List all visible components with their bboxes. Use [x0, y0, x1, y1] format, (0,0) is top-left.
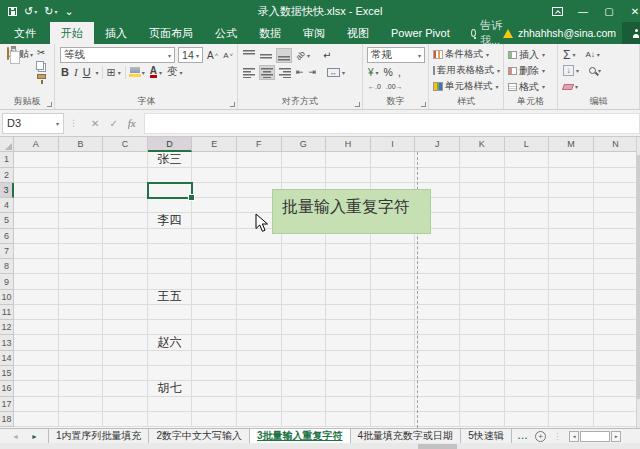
grid-cell-M10[interactable]: [549, 290, 594, 305]
find-select-button[interactable]: ▾: [588, 63, 602, 78]
grid-cell-F17[interactable]: [237, 397, 282, 412]
percent-style-button[interactable]: %: [383, 65, 394, 80]
grid-cell-E7[interactable]: [192, 244, 237, 259]
grid-cell-D2[interactable]: [148, 168, 193, 183]
grid-cell-F7[interactable]: [237, 244, 282, 259]
grid-cell-A13[interactable]: [14, 335, 59, 350]
grid-cell-K13[interactable]: [460, 335, 505, 350]
grid-cell-A3[interactable]: [14, 183, 59, 198]
grid-cell-E10[interactable]: [192, 290, 237, 305]
grid-cell-G16[interactable]: [282, 381, 327, 396]
grid-cell-B15[interactable]: [59, 366, 104, 381]
grid-cell-C6[interactable]: [103, 229, 148, 244]
grid-cell-I11[interactable]: [371, 305, 416, 320]
grid-cell-B13[interactable]: [59, 335, 104, 350]
grid-cell-E1[interactable]: [192, 152, 237, 167]
grid-cell-M2[interactable]: [549, 168, 594, 183]
grid-cell-M13[interactable]: [549, 335, 594, 350]
grid-cell-D15[interactable]: [148, 366, 193, 381]
grid-cell-K7[interactable]: [460, 244, 505, 259]
grid-cell-J1[interactable]: [415, 152, 460, 167]
row-header-5[interactable]: 5: [0, 213, 14, 228]
grid-cell-C17[interactable]: [103, 397, 148, 412]
grid-cell-M18[interactable]: [549, 412, 594, 427]
grid-cell-C9[interactable]: [103, 274, 148, 289]
grid-cell-M4[interactable]: [549, 198, 594, 213]
grid-cell-D7[interactable]: [148, 244, 193, 259]
share-button[interactable]: 共享: [622, 22, 640, 44]
grid-cell-C15[interactable]: [103, 366, 148, 381]
grid-cell-D8[interactable]: [148, 259, 193, 274]
alignment-dialog-launcher[interactable]: [355, 102, 360, 107]
sheet-tab[interactable]: 4批量填充数字或日期: [351, 429, 462, 443]
maximize-button[interactable]: ▢: [596, 0, 622, 22]
grid-cell-K5[interactable]: [460, 213, 505, 228]
sort-filter-button[interactable]: A↓▾: [584, 47, 600, 62]
grid-cell-J10[interactable]: [415, 290, 460, 305]
grid-cell-I2[interactable]: [371, 168, 416, 183]
grid-cell-B8[interactable]: [59, 259, 104, 274]
grid-cell-L15[interactable]: [505, 366, 550, 381]
grid-cell-G9[interactable]: [282, 274, 327, 289]
grid-cell-L10[interactable]: [505, 290, 550, 305]
grid-cell-A6[interactable]: [14, 229, 59, 244]
grid-cell-B5[interactable]: [59, 213, 104, 228]
tab-review[interactable]: 审阅: [292, 22, 336, 44]
grid-cell-L14[interactable]: [505, 351, 550, 366]
grid-cell-N11[interactable]: [594, 305, 636, 320]
align-left-button[interactable]: [242, 65, 256, 80]
grid-cell-G18[interactable]: [282, 412, 327, 427]
grid-cell-M11[interactable]: [549, 305, 594, 320]
format-as-table-button[interactable]: 套用表格格式▾: [433, 63, 500, 78]
grid-cell-C2[interactable]: [103, 168, 148, 183]
increase-indent-button[interactable]: ⇥: [308, 65, 318, 80]
format-cells-button[interactable]: 格式▾: [508, 79, 554, 94]
grid-cell-E6[interactable]: [192, 229, 237, 244]
column-header-J[interactable]: J: [415, 137, 460, 152]
grid-cell-J7[interactable]: [415, 244, 460, 259]
grid-cell-I18[interactable]: [371, 412, 416, 427]
copy-button[interactable]: [36, 61, 44, 70]
grid-cell-E17[interactable]: [192, 397, 237, 412]
grid-cell-L5[interactable]: [505, 213, 550, 228]
grid-cell-K8[interactable]: [460, 259, 505, 274]
grid-cell-H8[interactable]: [326, 259, 371, 274]
grid-cell-E12[interactable]: [192, 320, 237, 335]
insert-function-button[interactable]: fx: [128, 117, 136, 129]
decrease-indent-button[interactable]: ⇤: [295, 65, 305, 80]
grid-cell-I10[interactable]: [371, 290, 416, 305]
grid-cell-M6[interactable]: [549, 229, 594, 244]
grid-cell-M1[interactable]: [549, 152, 594, 167]
grid-cell-H14[interactable]: [326, 351, 371, 366]
grid-cell-C3[interactable]: [103, 183, 148, 198]
horizontal-scrollbar[interactable]: ◂ ▸: [569, 429, 621, 443]
orientation-button[interactable]: ab▾: [295, 48, 311, 63]
fill-button[interactable]: ↓▾: [562, 63, 580, 78]
grid-cell-F12[interactable]: [237, 320, 282, 335]
grid-cell-M12[interactable]: [549, 320, 594, 335]
row-header-6[interactable]: 6: [0, 229, 14, 244]
grid-cell-H17[interactable]: [326, 397, 371, 412]
grid-cell-B7[interactable]: [59, 244, 104, 259]
align-top-button[interactable]: [242, 48, 256, 63]
grid-cell-D10[interactable]: 王五: [148, 290, 193, 305]
grid-cell-L4[interactable]: [505, 198, 550, 213]
number-dialog-launcher[interactable]: [421, 102, 426, 107]
bold-button[interactable]: B: [60, 65, 70, 80]
grid-cell-F2[interactable]: [237, 168, 282, 183]
grid-cell-N18[interactable]: [594, 412, 636, 427]
grid-cell-I13[interactable]: [371, 335, 416, 350]
row-header-18[interactable]: 18: [0, 412, 14, 427]
grid-cell-E8[interactable]: [192, 259, 237, 274]
grid-cell-G14[interactable]: [282, 351, 327, 366]
grid-cell-N14[interactable]: [594, 351, 636, 366]
grid-cell-K15[interactable]: [460, 366, 505, 381]
grid-cell-D4[interactable]: [148, 198, 193, 213]
grid-cell-K6[interactable]: [460, 229, 505, 244]
column-header-F[interactable]: F: [237, 137, 282, 152]
row-header-16[interactable]: 16: [0, 381, 14, 396]
qat-customize-button[interactable]: ⌄: [64, 5, 73, 18]
row-header-14[interactable]: 14: [0, 351, 14, 366]
align-bottom-button[interactable]: [276, 48, 292, 63]
grid-cell-N5[interactable]: [594, 213, 636, 228]
